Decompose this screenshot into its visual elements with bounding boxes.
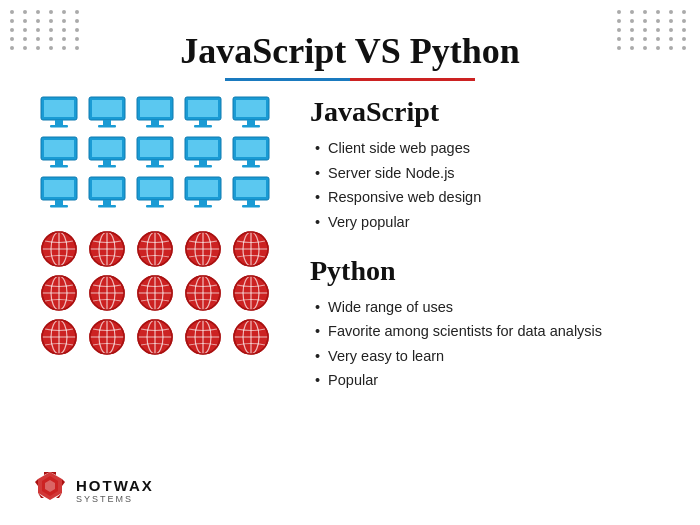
- svg-rect-55: [194, 205, 212, 208]
- monitor-icon: [232, 136, 270, 170]
- svg-rect-29: [140, 140, 170, 157]
- monitor-icon: [136, 136, 174, 170]
- main-content: JavaScript Client side web pagesServer s…: [0, 96, 700, 393]
- list-item: Client side web pages: [315, 136, 660, 161]
- logo: HOTWAX SYSTEMS: [30, 470, 154, 510]
- list-item: Very popular: [315, 210, 660, 235]
- svg-rect-38: [247, 160, 255, 165]
- logo-text: HOTWAX SYSTEMS: [76, 477, 154, 504]
- svg-rect-25: [92, 140, 122, 157]
- svg-rect-31: [146, 165, 164, 168]
- svg-rect-45: [92, 180, 122, 197]
- globe-icon: [40, 230, 78, 268]
- javascript-heading: JavaScript: [310, 96, 660, 128]
- globe-icon: [88, 230, 126, 268]
- monitor-icon: [88, 136, 126, 170]
- globe-icon: [232, 230, 270, 268]
- svg-rect-26: [103, 160, 111, 165]
- globe-icon: [184, 318, 222, 356]
- javascript-section: JavaScript Client side web pagesServer s…: [310, 96, 660, 235]
- logo-subtitle: SYSTEMS: [76, 494, 154, 504]
- svg-rect-13: [188, 100, 218, 117]
- title-underline: [225, 78, 475, 81]
- svg-rect-14: [199, 120, 207, 125]
- monitor-icon: [40, 96, 78, 130]
- svg-rect-39: [242, 165, 260, 168]
- svg-rect-43: [50, 205, 68, 208]
- svg-rect-11: [146, 125, 164, 128]
- svg-rect-27: [98, 165, 116, 168]
- monitor-icon: [232, 96, 270, 130]
- svg-rect-2: [55, 120, 63, 125]
- globe-icon: [232, 274, 270, 312]
- svg-rect-59: [242, 205, 260, 208]
- svg-rect-33: [188, 140, 218, 157]
- svg-rect-1: [44, 100, 74, 117]
- svg-rect-7: [98, 125, 116, 128]
- svg-rect-22: [55, 160, 63, 165]
- left-icons: [40, 96, 280, 393]
- svg-rect-15: [194, 125, 212, 128]
- globe-icon: [40, 318, 78, 356]
- title-section: JavaScript VS Python: [0, 0, 700, 96]
- monitor-icon: [232, 176, 270, 210]
- monitor-icon: [136, 176, 174, 210]
- svg-rect-37: [236, 140, 266, 157]
- page-title: JavaScript VS Python: [0, 30, 700, 72]
- monitor-icon: [40, 136, 78, 170]
- globe-icon: [136, 230, 174, 268]
- svg-rect-46: [103, 200, 111, 205]
- globe-icon: [40, 274, 78, 312]
- python-heading: Python: [310, 255, 660, 287]
- monitor-icon: [88, 96, 126, 130]
- globe-icon: [136, 274, 174, 312]
- svg-rect-9: [140, 100, 170, 117]
- monitor-icon: [184, 96, 222, 130]
- globe-icon: [184, 230, 222, 268]
- list-item: Wide range of uses: [315, 295, 660, 320]
- svg-rect-35: [194, 165, 212, 168]
- logo-icon: [30, 470, 70, 510]
- globe-grid: [40, 230, 280, 356]
- svg-rect-21: [44, 140, 74, 157]
- list-item: Popular: [315, 368, 660, 393]
- svg-rect-5: [92, 100, 122, 117]
- list-item: Favorite among scientists for data analy…: [315, 319, 660, 344]
- svg-rect-49: [140, 180, 170, 197]
- svg-rect-30: [151, 160, 159, 165]
- svg-rect-3: [50, 125, 68, 128]
- monitor-grid: [40, 96, 280, 210]
- globe-icon: [88, 318, 126, 356]
- monitor-icon: [184, 176, 222, 210]
- python-bullets: Wide range of usesFavorite among scienti…: [310, 295, 660, 394]
- globe-icon: [184, 274, 222, 312]
- svg-rect-50: [151, 200, 159, 205]
- svg-rect-54: [199, 200, 207, 205]
- globe-icon: [232, 318, 270, 356]
- monitor-icon: [40, 176, 78, 210]
- svg-rect-34: [199, 160, 207, 165]
- svg-marker-142: [35, 479, 38, 486]
- svg-rect-51: [146, 205, 164, 208]
- monitor-icon: [88, 176, 126, 210]
- dots-decoration-tr: [617, 10, 690, 50]
- monitor-icon: [136, 96, 174, 130]
- svg-rect-18: [247, 120, 255, 125]
- svg-rect-6: [103, 120, 111, 125]
- dots-decoration-tl: [10, 10, 83, 50]
- svg-rect-47: [98, 205, 116, 208]
- list-item: Server side Node.js: [315, 161, 660, 186]
- right-content: JavaScript Client side web pagesServer s…: [310, 96, 660, 393]
- python-section: Python Wide range of usesFavorite among …: [310, 255, 660, 394]
- globe-icon: [136, 318, 174, 356]
- list-item: Very easy to learn: [315, 344, 660, 369]
- svg-rect-58: [247, 200, 255, 205]
- svg-rect-57: [236, 180, 266, 197]
- svg-rect-53: [188, 180, 218, 197]
- globe-icon: [88, 274, 126, 312]
- svg-rect-41: [44, 180, 74, 197]
- list-item: Responsive web design: [315, 185, 660, 210]
- svg-rect-19: [242, 125, 260, 128]
- javascript-bullets: Client side web pagesServer side Node.js…: [310, 136, 660, 235]
- logo-name: HOTWAX: [76, 477, 154, 494]
